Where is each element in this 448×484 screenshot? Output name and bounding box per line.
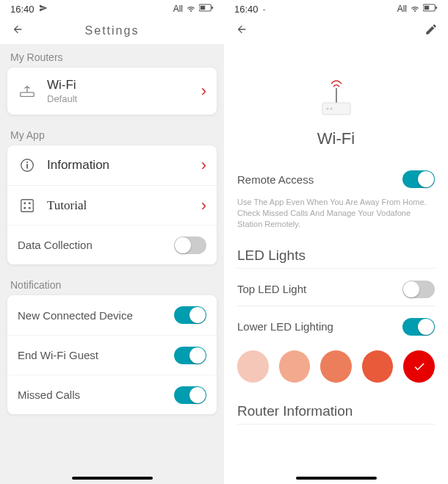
led-lights-header: LED Lights xyxy=(224,240,448,268)
detail-screen: 16:40 - All xyxy=(224,0,448,484)
missed-calls-toggle[interactable] xyxy=(174,386,206,404)
status-time: 16:40 xyxy=(234,4,259,15)
lower-led-label: Lower LED Lighting xyxy=(237,320,402,333)
page-title: Settings xyxy=(85,24,140,37)
end-guest-row: End Wi-Fi Guest xyxy=(7,335,217,375)
router-row[interactable]: Wi-Fi Default › xyxy=(7,68,217,115)
svg-rect-7 xyxy=(26,162,28,163)
chevron-right-icon: › xyxy=(201,83,206,99)
send-icon xyxy=(39,4,48,15)
device-name: Wi-Fi xyxy=(317,129,355,148)
my-app-card: Information › Tutorial › Data Collection xyxy=(7,145,217,264)
signal-text: All xyxy=(173,4,183,14)
new-device-toggle[interactable] xyxy=(174,306,206,324)
status-time: 16:40 xyxy=(10,4,35,15)
svg-rect-8 xyxy=(21,199,34,212)
tutorial-label: Tutorial xyxy=(47,198,201,213)
settings-screen: 16:40 All Settings My Routers xyxy=(0,0,224,484)
top-led-toggle[interactable] xyxy=(402,281,435,298)
info-icon xyxy=(18,157,37,173)
grid-icon xyxy=(18,198,37,214)
color-swatch-3[interactable] xyxy=(320,350,352,383)
svg-rect-14 xyxy=(424,6,429,10)
data-collection-label: Data Collection xyxy=(18,236,174,254)
router-card: Wi-Fi Default › xyxy=(7,68,217,115)
information-label: Information xyxy=(47,158,201,173)
router-device-icon xyxy=(317,73,356,120)
device-hero: Wi-Fi xyxy=(224,44,448,163)
check-icon xyxy=(413,360,426,373)
svg-point-11 xyxy=(24,206,26,209)
color-swatch-2[interactable] xyxy=(279,350,311,383)
chevron-right-icon: › xyxy=(201,198,206,214)
back-button[interactable] xyxy=(234,24,249,38)
my-routers-label: My Routers xyxy=(0,44,224,68)
remote-access-label: Remote Access xyxy=(237,173,402,186)
svg-point-12 xyxy=(29,206,31,209)
wifi-icon xyxy=(186,4,196,15)
notification-label: Notification xyxy=(0,272,224,295)
router-icon xyxy=(18,83,37,99)
svg-point-9 xyxy=(24,202,26,204)
svg-rect-2 xyxy=(212,7,213,10)
top-led-label: Top LED Light xyxy=(237,283,402,295)
divider xyxy=(237,424,435,425)
divider xyxy=(237,306,435,306)
lower-led-toggle[interactable] xyxy=(402,318,435,336)
router-sub: Default xyxy=(47,93,201,104)
end-guest-label: End Wi-Fi Guest xyxy=(18,346,174,364)
missed-calls-row: Missed Calls xyxy=(7,375,217,414)
nav-bar xyxy=(224,18,448,44)
remote-access-hint: Use The App Even When You Are Away From … xyxy=(224,195,448,240)
router-name: Wi-Fi xyxy=(47,78,201,93)
home-indicator[interactable] xyxy=(72,477,153,480)
svg-rect-6 xyxy=(26,164,28,168)
svg-rect-3 xyxy=(21,93,34,96)
svg-rect-15 xyxy=(436,7,437,10)
home-indicator[interactable] xyxy=(296,477,377,480)
tutorial-row[interactable]: Tutorial › xyxy=(7,185,217,225)
color-picker xyxy=(224,343,448,396)
status-bar: 16:40 - All xyxy=(224,0,448,18)
wifi-icon xyxy=(410,4,420,15)
status-bar: 16:40 All xyxy=(0,0,224,18)
color-swatch-4[interactable] xyxy=(362,350,394,383)
end-guest-toggle[interactable] xyxy=(174,347,206,364)
my-app-label: My App xyxy=(0,122,224,145)
new-device-row: New Connected Device xyxy=(7,295,217,335)
top-led-row: Top LED Light xyxy=(224,273,448,306)
edit-button[interactable] xyxy=(424,23,438,39)
router-information-header[interactable]: Router Information xyxy=(224,396,448,424)
data-collection-row: Data Collection xyxy=(7,225,217,264)
missed-calls-label: Missed Calls xyxy=(18,386,174,404)
information-row[interactable]: Information › xyxy=(7,145,217,185)
lower-led-row: Lower LED Lighting xyxy=(224,311,448,343)
data-collection-toggle[interactable] xyxy=(174,236,206,254)
color-swatch-1[interactable] xyxy=(237,350,269,383)
svg-rect-1 xyxy=(200,6,205,10)
color-swatch-5-selected[interactable] xyxy=(403,350,435,383)
remote-access-toggle[interactable] xyxy=(402,170,435,188)
signal-text: All xyxy=(397,4,407,14)
back-button[interactable] xyxy=(10,24,25,38)
svg-point-10 xyxy=(29,202,31,204)
nav-bar: Settings xyxy=(0,18,224,44)
battery-icon xyxy=(423,4,438,14)
divider xyxy=(237,268,435,269)
battery-icon xyxy=(199,4,214,14)
svg-point-18 xyxy=(326,108,328,110)
chevron-right-icon: › xyxy=(201,157,206,173)
remote-access-row: Remote Access xyxy=(224,163,448,195)
svg-point-19 xyxy=(330,108,332,110)
new-device-label: New Connected Device xyxy=(18,306,174,325)
notification-card: New Connected Device End Wi-Fi Guest Mis… xyxy=(7,295,217,414)
dash-icon: - xyxy=(263,4,266,15)
